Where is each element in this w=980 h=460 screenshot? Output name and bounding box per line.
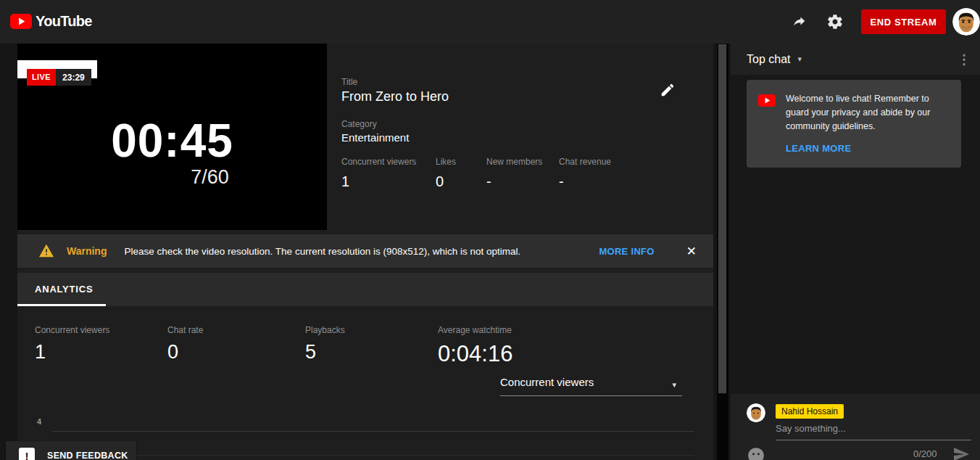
tab-analytics[interactable]: ANALYTICS [35,284,93,295]
youtube-wordmark: YouTube [36,13,92,30]
chat-header: Top chat ▾ ⋮ [731,44,980,75]
send-feedback-label: SEND FEEDBACK [47,451,128,460]
stat-concurrent-viewers: Concurrent viewers 1 [341,157,436,190]
main-scrollbar-thumb[interactable] [718,44,727,394]
chart-gridline [52,455,694,456]
stream-elapsed-time: 23:29 [56,69,91,86]
video-countdown: 00:45 7/60 [111,118,233,189]
char-counter: 0/200 [913,448,937,459]
feedback-exclamation-icon: ! [19,448,35,460]
chat-welcome-text: Welcome to live chat! Remember to guard … [786,92,948,133]
learn-more-link[interactable]: LEARN MORE [786,143,851,154]
youtube-play-icon [10,14,32,29]
metric-chat-rate: Chat rate 0 [167,325,305,367]
stat-chat-revenue: Chat revenue - [559,157,624,190]
topbar: YouTube END STREAM [0,0,980,44]
metric-concurrent-viewers: Concurrent viewers 1 [35,325,167,367]
tab-active-underline [17,304,106,306]
kebab-menu-icon[interactable]: ⋮ [958,53,971,66]
chat-filter-dropdown[interactable]: Top chat [747,53,790,66]
end-stream-button[interactable]: END STREAM [861,9,946,34]
chat-message-input[interactable]: Say something... [776,423,846,434]
countdown-timer: 00:45 [111,118,233,164]
chart-metric-selected: Concurrent viewers [500,376,594,388]
chat-input-underline [776,440,971,440]
main-scrollbar-track[interactable] [717,44,728,460]
category-label: Category [341,119,377,129]
chat-welcome-card: Welcome to live chat! Remember to guard … [747,80,961,168]
analytics-metrics-row: Concurrent viewers 1 Chat rate 0 Playbac… [35,325,512,367]
send-feedback-button[interactable]: ! SEND FEEDBACK [6,441,136,460]
warning-triangle-icon [38,243,54,259]
chart-metric-selector[interactable]: Concurrent viewers ▾ [500,376,682,396]
live-chat-panel: Top chat ▾ ⋮ Welcome to live chat! Remem… [731,44,980,460]
edit-pencil-icon[interactable] [660,81,677,99]
video-badges: LIVE 23:29 [27,69,91,86]
tabs-bar: ANALYTICS [17,273,713,306]
stream-category: Entertainment [341,131,409,144]
chevron-down-icon[interactable]: ▾ [797,54,802,64]
metric-playbacks: Playbacks 5 [305,325,438,367]
stream-dashboard-panel: LIVE 23:29 00:45 7/60 Title From Zero to… [17,44,713,460]
stat-new-members: New members - [486,157,559,190]
stream-title: From Zero to Hero [341,89,449,104]
settings-gear-icon[interactable] [826,13,844,30]
live-badge: LIVE [27,69,56,86]
countdown-progress: 7/60 [111,166,233,189]
chat-user-avatar [747,403,765,422]
chat-user-name-badge: Nahid Hossain [776,404,844,419]
video-preview[interactable]: LIVE 23:29 00:45 7/60 [17,44,327,230]
metric-average-watchtime: Average watchtime 0:04:16 [438,325,512,367]
title-label: Title [341,77,357,87]
stream-stats-row: Concurrent viewers 1 Likes 0 New members… [341,157,624,190]
more-info-link[interactable]: MORE INFO [599,246,654,257]
chart-y-axis-tick: 4 [37,417,41,426]
chat-input-area: Nahid Hossain Say something... 0/200 [731,394,980,460]
warning-label: Warning [67,245,107,257]
youtube-logo[interactable]: YouTube [10,13,92,30]
share-icon[interactable] [792,13,809,30]
send-message-icon[interactable] [952,445,971,460]
youtube-play-icon [758,94,776,155]
resolution-warning-bar: Warning Please check the video resolutio… [17,234,713,268]
warning-message: Please check the video resolution. The c… [124,246,520,257]
chevron-down-icon: ▾ [672,380,676,390]
close-icon[interactable]: ✕ [686,244,697,259]
account-avatar[interactable] [952,8,980,36]
emoji-icon[interactable] [747,446,765,460]
chart-gridline [52,431,694,432]
stat-likes: Likes 0 [436,157,486,190]
